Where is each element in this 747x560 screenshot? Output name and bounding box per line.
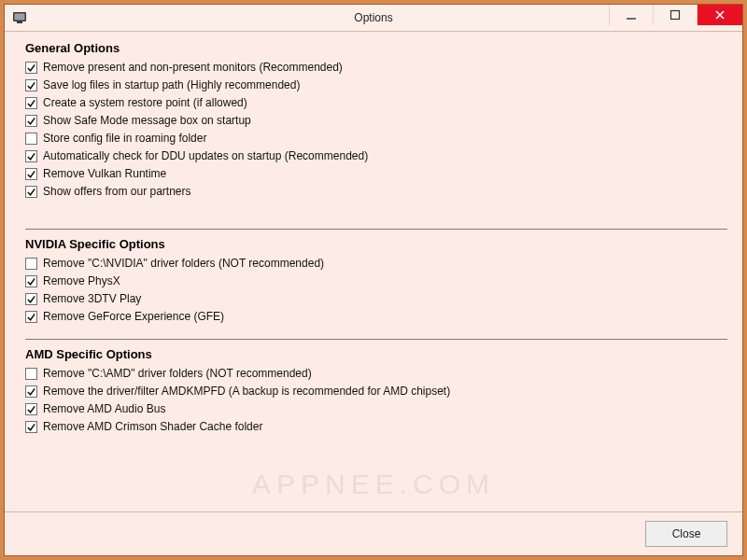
option-row: Store config file in roaming folder <box>25 130 727 147</box>
checkbox[interactable] <box>25 79 37 91</box>
close-window-button[interactable] <box>697 5 742 25</box>
option-row: Remove 3DTV Play <box>25 290 727 308</box>
general-options-list: Remove present and non-present monitors … <box>25 59 727 201</box>
option-label: Remove 3DTV Play <box>43 290 141 308</box>
option-row: Remove "C:\NVIDIA" driver folders (NOT r… <box>25 255 727 273</box>
option-label: Remove "C:\NVIDIA" driver folders (NOT r… <box>43 255 324 273</box>
option-label: Automatically check for DDU updates on s… <box>43 147 368 165</box>
window-controls <box>609 5 742 31</box>
option-label: Save log files in startup path (Highly r… <box>43 77 300 94</box>
option-label: Remove PhysX <box>43 273 120 290</box>
option-label: Remove GeForce Experience (GFE) <box>43 308 224 326</box>
option-row: Remove PhysX <box>25 273 727 290</box>
close-button[interactable]: Close <box>645 521 727 547</box>
general-heading: General Options <box>25 41 727 55</box>
option-row: Save log files in startup path (Highly r… <box>25 77 727 94</box>
option-label: Remove AMD Audio Bus <box>43 400 165 418</box>
checkbox[interactable] <box>25 403 37 415</box>
option-row: Remove Vulkan Runtime <box>25 165 727 183</box>
svg-rect-4 <box>671 11 680 20</box>
divider <box>25 229 727 230</box>
option-row: Remove AMD Crimson Shader Cache folder <box>25 418 727 436</box>
option-label: Create a system restore point (if allowe… <box>43 94 247 112</box>
titlebar: Options <box>5 5 742 32</box>
amd-heading: AMD Specific Options <box>25 347 727 361</box>
checkbox[interactable] <box>25 62 37 74</box>
option-row: Remove present and non-present monitors … <box>25 59 727 77</box>
checkbox[interactable] <box>25 385 37 398</box>
watermark: APPNEE.COM <box>5 469 742 500</box>
checkbox[interactable] <box>25 275 37 287</box>
checkbox[interactable] <box>25 115 37 127</box>
checkbox[interactable] <box>25 258 37 270</box>
checkbox[interactable] <box>25 186 37 198</box>
option-label: Show Safe Mode message box on startup <box>43 112 251 130</box>
client-area: General Options Remove present and non-p… <box>5 32 742 511</box>
option-label: Remove the driver/filter AMDKMPFD (A bac… <box>43 383 450 400</box>
checkbox[interactable] <box>25 168 37 180</box>
minimize-button[interactable] <box>609 5 653 25</box>
footer: Close <box>5 511 742 555</box>
checkbox[interactable] <box>25 421 37 433</box>
checkbox[interactable] <box>25 150 37 162</box>
nvidia-options-list: Remove "C:\NVIDIA" driver folders (NOT r… <box>25 255 727 326</box>
option-row: Show Safe Mode message box on startup <box>25 112 727 130</box>
option-row: Remove GeForce Experience (GFE) <box>25 308 727 326</box>
option-label: Remove "C:\AMD" driver folders (NOT reco… <box>43 365 312 383</box>
option-row: Remove the driver/filter AMDKMPFD (A bac… <box>25 383 727 400</box>
checkbox[interactable] <box>25 368 37 380</box>
option-row: Remove "C:\AMD" driver folders (NOT reco… <box>25 365 727 383</box>
checkbox[interactable] <box>25 293 37 305</box>
svg-rect-1 <box>15 14 25 21</box>
app-icon <box>8 7 31 29</box>
divider <box>25 339 727 340</box>
option-row: Show offers from our partners <box>25 183 727 201</box>
option-label: Remove Vulkan Runtime <box>43 165 166 183</box>
nvidia-heading: NVIDIA Specific Options <box>25 237 727 251</box>
options-window: Options General Options Remove present a… <box>4 4 743 556</box>
option-row: Remove AMD Audio Bus <box>25 400 727 418</box>
option-label: Remove present and non-present monitors … <box>43 59 343 77</box>
option-label: Show offers from our partners <box>43 183 191 201</box>
option-label: Store config file in roaming folder <box>43 130 206 147</box>
checkbox[interactable] <box>25 311 37 323</box>
maximize-button[interactable] <box>653 5 697 25</box>
checkbox[interactable] <box>25 133 37 145</box>
svg-rect-2 <box>17 21 22 23</box>
checkbox[interactable] <box>25 97 37 109</box>
option-row: Create a system restore point (if allowe… <box>25 94 727 112</box>
option-row: Automatically check for DDU updates on s… <box>25 147 727 165</box>
option-label: Remove AMD Crimson Shader Cache folder <box>43 418 262 436</box>
amd-options-list: Remove "C:\AMD" driver folders (NOT reco… <box>25 365 727 436</box>
